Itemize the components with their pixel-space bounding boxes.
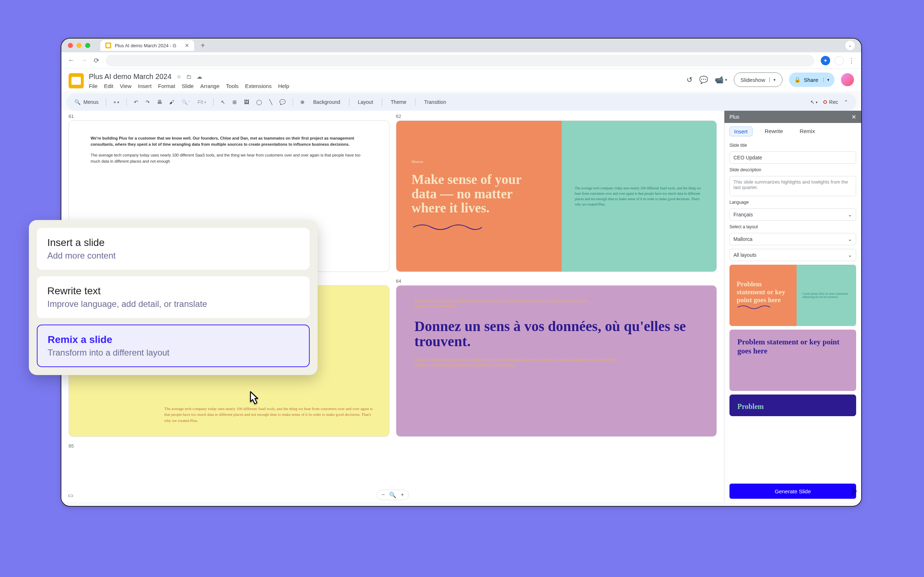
star-icon[interactable]: ☆ [176,74,181,80]
slide-headline: Donnez un sens à vos données, où qu'elle… [414,319,698,349]
popup-card-subtitle: Transform into a different layout [48,348,299,358]
menu-view[interactable]: View [120,83,131,89]
image-icon[interactable]: 🖼 [241,97,252,107]
record-label: Rec [829,99,838,105]
line-icon[interactable]: ╲ [267,97,275,107]
layout-option-2[interactable]: Problem statement or key point goes here [729,330,856,391]
close-tab-icon[interactable]: ✕ [185,43,189,48]
menu-help[interactable]: Help [278,83,289,89]
meet-icon[interactable]: 📹 ▾ [715,76,727,84]
menu-format[interactable]: Format [158,83,175,89]
plus-sidepanel: Plus ✕ Insert Rewrite Remix Slide title … [724,111,861,502]
close-sidepanel-icon[interactable]: ✕ [851,114,856,121]
zoom-tool-icon[interactable]: 🔍⁻ [179,97,193,107]
select-tool-icon[interactable]: ↖ [218,97,228,107]
comments-icon[interactable]: 💬 [699,76,708,84]
maximize-window-icon[interactable] [85,43,90,48]
popup-insert-slide[interactable]: Insert a slide Add more content [37,228,310,270]
tabs-overflow-icon[interactable]: ⌄ [845,41,855,50]
layout-option-1[interactable]: Problem statement or key point goes here… [729,265,856,326]
plus-extension-icon[interactable] [821,56,830,65]
layout-option-3[interactable]: Problem [729,395,856,416]
redo-icon[interactable]: ↷ [142,97,153,107]
zoom-select[interactable]: Fit ▾ [195,97,209,107]
search-icon: 🔍 [74,99,81,105]
slide-body: The average tech company today uses near… [164,406,376,424]
document-title[interactable]: Plus AI demo March 2024 [89,73,171,81]
layout-card-body: Lorem ipsum dolor sit amet consectetur a… [796,265,856,326]
plus-actions-popup: Insert a slide Add more content Rewrite … [29,220,318,375]
menu-edit[interactable]: Edit [104,83,113,89]
insert-slide-icon[interactable]: ⊕ [297,97,307,107]
menu-arrange[interactable]: Arrange [200,83,220,89]
tab-insert[interactable]: Insert [729,127,753,136]
slide-thumbnail-62[interactable]: Mission Make sense of your data — no mat… [396,121,717,272]
history-icon[interactable]: ↺ [687,76,693,84]
slide-desc-input[interactable]: This slide summarizes highlights and low… [729,176,856,196]
slides-logo-icon[interactable] [69,73,84,89]
slide-number: 65 [69,443,389,449]
menu-insert[interactable]: Insert [138,83,152,89]
sidepanel-header: Plus ✕ [724,111,861,123]
textbox-icon[interactable]: ⊞ [229,97,240,107]
popup-card-title: Rewrite text [47,285,299,297]
generate-slide-button[interactable]: Generate Slide [729,484,856,499]
popup-rewrite-text[interactable]: Rewrite text Improve language, add detai… [37,276,310,318]
slide-title-input[interactable]: CEO Update [729,152,856,164]
slideshow-button[interactable]: Slideshow ▾ [734,73,782,87]
address-bar[interactable] [106,55,814,66]
cloud-status-icon[interactable]: ☁ [197,74,202,80]
tab-rewrite[interactable]: Rewrite [761,127,788,136]
chevron-down-icon: ⌄ [848,236,852,242]
record-button[interactable]: Rec [823,99,838,105]
close-window-icon[interactable] [68,43,73,48]
menu-extensions[interactable]: Extensions [245,83,271,89]
tab-title: Plus AI demo March 2024 - G [115,43,176,48]
browser-menu-icon[interactable]: ⋮ [848,56,855,64]
slide-eyebrow: Mission [412,160,546,164]
layout-button[interactable]: Layout [354,97,378,107]
all-layouts-select[interactable]: All layouts⌄ [729,249,856,261]
layout-select[interactable]: Mallorca⌄ [729,233,856,245]
zoom-in-icon[interactable]: + [401,492,404,498]
slide-thumbnail-64[interactable]: Mission: Offrir une solution complète de… [396,285,717,437]
back-icon[interactable]: ← [68,56,74,64]
theme-button[interactable]: Theme [386,97,411,107]
reload-icon[interactable]: ⟳ [94,56,99,64]
language-select[interactable]: Français⌄ [729,208,856,221]
tab-remix[interactable]: Remix [795,127,819,136]
zoom-out-icon[interactable]: − [381,492,385,498]
slide-body: The average tech company today uses near… [575,185,703,207]
move-icon[interactable]: 🗀 [186,74,192,80]
slides-toolbar: 🔍 Menus + ▾ ↶ ↷ 🖶 🖌 🔍⁻ Fit ▾ ↖ ⊞ 🖼 ◯ ╲ 💬… [66,93,856,111]
paint-format-icon[interactable]: 🖌 [166,97,177,107]
menu-search[interactable]: 🔍 Menus [71,99,102,105]
browser-profile-icon[interactable] [835,56,844,65]
transition-button[interactable]: Transition [420,97,451,107]
undo-icon[interactable]: ↶ [131,97,141,107]
forward-icon[interactable]: → [81,56,87,64]
shape-icon[interactable]: ◯ [254,97,265,107]
menu-tools[interactable]: Tools [226,83,239,89]
menu-slide[interactable]: Slide [181,83,194,89]
share-button[interactable]: 🔒 Share ▾ [789,73,835,87]
print-icon[interactable]: 🖶 [154,97,165,107]
background-button[interactable]: Background [309,97,345,107]
new-slide-icon[interactable]: + ▾ [110,97,122,107]
account-avatar[interactable] [841,73,854,86]
slideshow-dropdown-icon[interactable]: ▾ [769,77,775,82]
menu-file[interactable]: File [89,83,97,89]
new-tab-icon[interactable]: + [201,42,205,50]
pointer-mode-icon[interactable]: ↖ ▾ [808,97,821,107]
popup-remix-slide[interactable]: Remix a slide Transform into a different… [37,324,310,367]
comment-tool-icon[interactable]: 💬 [276,97,288,107]
minimize-window-icon[interactable] [76,43,82,48]
sidepanel-title: Plus [729,114,739,120]
zoom-controls: − 🔍 + [377,490,409,500]
slide-number: 62 [396,114,717,119]
collapse-toolbar-icon[interactable]: ⌃ [841,97,851,107]
speaker-notes-icon[interactable]: ▭ [68,492,73,499]
browser-tab[interactable]: Plus AI demo March 2024 - G ✕ [100,40,194,51]
share-dropdown-icon[interactable]: ▾ [823,77,829,82]
zoom-reset-icon[interactable]: 🔍 [389,492,396,498]
